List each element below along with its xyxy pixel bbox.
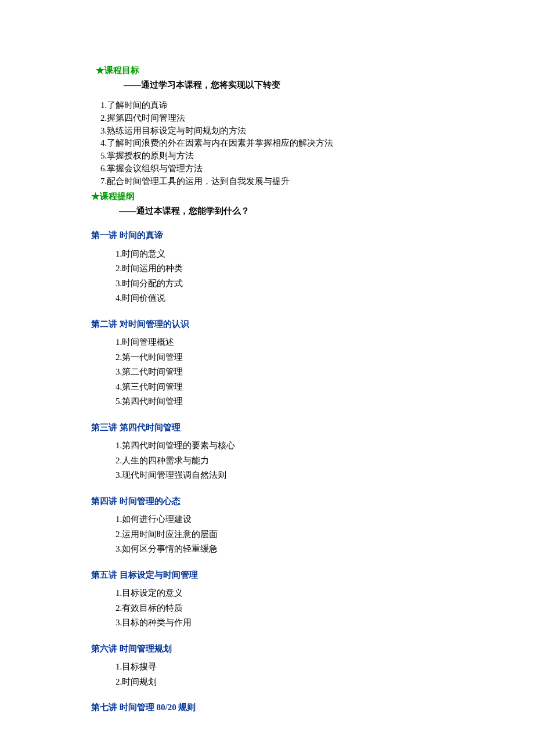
star-icon: ★ [96, 66, 104, 75]
lecture-item: 1.时间的意义 [116, 247, 534, 262]
lecture-block: 第六讲 时间管理规划 1.目标搜寻 2.时间规划 [91, 642, 534, 690]
lecture-title: 第四讲 时间管理的心态 [91, 495, 534, 508]
lecture-item: 2.有效目标的特质 [116, 601, 534, 616]
lecture-item: 1.目标搜寻 [116, 660, 534, 675]
lecture-item: 2.时间规划 [116, 675, 534, 690]
lecture-block: 第三讲 第四代时间管理 1.第四代时间管理的要素与核心 2.人生的四种需求与能力… [91, 421, 534, 483]
lecture-title: 第五讲 目标设定与时间管理 [91, 568, 534, 582]
goal-item: 4.了解时间浪费的外在因素与内在因素并掌握相应的解决方法 [100, 137, 534, 150]
lecture-item: 2.运用时间时应注意的层面 [116, 527, 534, 542]
goal-item: 5.掌握授权的原则与方法 [100, 150, 534, 163]
lecture-title: 第一讲 时间的真谛 [91, 229, 534, 242]
course-goals-title: 课程目标 [104, 66, 139, 75]
lecture-item: 2.时间运用的种类 [116, 261, 534, 276]
lecture-item: 1.如何进行心理建设 [116, 512, 534, 527]
lecture-item: 3.目标的种类与作用 [116, 615, 534, 631]
course-outline-header: ★课程提纲 [91, 190, 534, 203]
course-goals-header: ★课程目标 [96, 64, 534, 77]
lecture-item: 3.如何区分事情的轻重缓急 [116, 542, 534, 557]
goal-item: 7.配合时间管理工具的运用，达到自我发展与提升 [100, 175, 534, 188]
lecture-item: 2.人生的四种需求与能力 [116, 453, 534, 469]
course-outline-section: ★课程提纲 ——通过本课程，您能学到什么？ 第一讲 时间的真谛 1.时间的意义 … [91, 190, 534, 714]
lecture-title: 第六讲 时间管理规划 [91, 642, 534, 656]
goal-item: 1.了解时间的真谛 [100, 99, 534, 112]
course-outline-title: 课程提纲 [100, 192, 135, 201]
lecture-block: 第二讲 对时间管理的认识 1.时间管理概述 2.第一代时间管理 3.第二代时间管… [91, 318, 534, 409]
lecture-block: 第五讲 目标设定与时间管理 1.目标设定的意义 2.有效目标的特质 3.目标的种… [91, 568, 534, 631]
lecture-block: 第七讲 时间管理 80/20 规则 [91, 701, 534, 714]
lecture-item: 3.时间分配的方式 [116, 276, 534, 291]
lecture-title: 第三讲 第四代时间管理 [91, 421, 534, 434]
course-outline-subtitle: ——通过本课程，您能学到什么？ [119, 204, 534, 218]
lecture-block: 第四讲 时间管理的心态 1.如何进行心理建设 2.运用时间时应注意的层面 3.如… [91, 495, 534, 557]
course-goals-list: 1.了解时间的真谛 2.握第四代时间管理法 3.熟练运用目标设定与时间规划的方法… [96, 99, 534, 188]
lecture-item: 1.时间管理概述 [116, 335, 534, 350]
lecture-item: 4.第三代时间管理 [116, 380, 534, 395]
lecture-title: 第七讲 时间管理 80/20 规则 [91, 701, 534, 714]
lecture-item: 3.现代时间管理强调自然法则 [116, 468, 534, 483]
lecture-title: 第二讲 对时间管理的认识 [91, 318, 534, 331]
lecture-item: 2.第一代时间管理 [116, 350, 534, 365]
lecture-item: 1.目标设定的意义 [116, 586, 534, 601]
course-goals-subtitle: ——通过学习本课程，您将实现以下转变 [124, 78, 534, 92]
course-goals-section: ★课程目标 ——通过学习本课程，您将实现以下转变 1.了解时间的真谛 2.握第四… [96, 64, 534, 188]
goal-item: 3.熟练运用目标设定与时间规划的方法 [100, 125, 534, 138]
lecture-item: 4.时间价值说 [116, 291, 534, 306]
goal-item: 6.掌握会议组织与管理方法 [100, 163, 534, 175]
star-icon: ★ [91, 192, 100, 201]
lecture-item: 5.第四代时间管理 [116, 394, 534, 409]
lecture-block: 第一讲 时间的真谛 1.时间的意义 2.时间运用的种类 3.时间分配的方式 4.… [91, 229, 534, 306]
lecture-item: 1.第四代时间管理的要素与核心 [116, 438, 534, 453]
lecture-item: 3.第二代时间管理 [116, 365, 534, 380]
goal-item: 2.握第四代时间管理法 [100, 112, 534, 125]
